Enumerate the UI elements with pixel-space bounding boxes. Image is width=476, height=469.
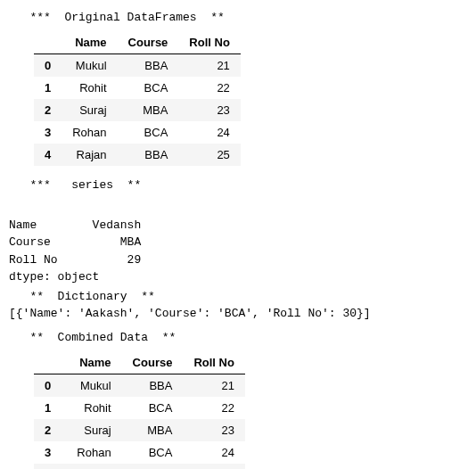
series-line: Course MBA (9, 235, 141, 249)
cell: 21 (183, 374, 245, 398)
cell: 23 (183, 419, 245, 441)
heading-original: *** Original DataFrames ** (9, 11, 467, 24)
cell: Mukul (62, 374, 121, 398)
dataframe-original: Name Course Roll No 0 Mukul BBA 21 1 Roh… (34, 31, 241, 166)
table-row: 0 Mukul BBA 21 (34, 54, 241, 78)
cell: Rohit (62, 397, 121, 419)
cell: Rohit (62, 77, 117, 99)
heading-series: *** series ** (9, 178, 467, 192)
dataframe-combined: Name Course Roll No 0 Mukul BBA 21 1 Roh… (34, 351, 245, 469)
index-header (34, 31, 62, 54)
table-row: 4 Rajan BBA 25 (34, 464, 245, 469)
row-index: 2 (34, 419, 62, 441)
cell: Rohan (62, 441, 121, 464)
heading-combined: ** Combined Data ** (9, 331, 467, 344)
row-index: 2 (34, 99, 62, 121)
row-index: 3 (34, 441, 62, 464)
series-line: Name Vedansh (9, 218, 141, 232)
row-index: 3 (34, 121, 62, 144)
cell: BBA (118, 54, 179, 78)
cell: Suraj (62, 99, 117, 121)
cell: Rohan (62, 121, 117, 144)
table-row: 1 Rohit BCA 22 (34, 397, 245, 419)
cell: Suraj (62, 419, 121, 441)
cell: Rajan (62, 144, 117, 166)
table-row: 4 Rajan BBA 25 (34, 144, 241, 166)
row-index: 4 (34, 464, 62, 469)
cell: BCA (122, 441, 184, 464)
table-row: 2 Suraj MBA 23 (34, 419, 245, 441)
series-output: Name Vedansh Course MBA Roll No 29 dtype… (9, 199, 467, 286)
row-index: 4 (34, 144, 62, 166)
cell: MBA (122, 419, 184, 441)
row-index: 0 (34, 374, 62, 398)
heading-dictionary: ** Dictionary ** (9, 290, 467, 303)
cell: 22 (178, 77, 241, 99)
cell: BCA (118, 121, 179, 144)
cell: BCA (118, 77, 179, 99)
cell: 22 (183, 397, 245, 419)
row-index: 1 (34, 397, 62, 419)
col-header: Roll No (178, 31, 241, 54)
cell: 23 (178, 99, 241, 121)
cell: BBA (122, 464, 184, 469)
table-row: 0 Mukul BBA 21 (34, 374, 245, 398)
table-row: 1 Rohit BCA 22 (34, 77, 241, 99)
cell: BBA (122, 374, 184, 398)
row-index: 1 (34, 77, 62, 99)
cell: 24 (178, 121, 241, 144)
col-header: Name (62, 351, 121, 374)
cell: Mukul (62, 54, 117, 78)
cell: Rajan (62, 464, 121, 469)
cell: 21 (178, 54, 241, 78)
col-header: Course (118, 31, 179, 54)
cell: BCA (122, 397, 184, 419)
cell: MBA (118, 99, 179, 121)
row-index: 0 (34, 54, 62, 78)
col-header: Name (62, 31, 117, 54)
series-line: Roll No 29 (9, 253, 141, 267)
cell: 25 (178, 144, 241, 166)
col-header: Roll No (183, 351, 245, 374)
col-header: Course (122, 351, 184, 374)
cell: 25 (183, 464, 245, 469)
dict-repr: [{'Name': 'Aakash', 'Course': 'BCA', 'Ro… (9, 305, 467, 323)
table-row: 3 Rohan BCA 24 (34, 121, 241, 144)
cell: 24 (183, 441, 245, 464)
table-row: 3 Rohan BCA 24 (34, 441, 245, 464)
series-dtype: dtype: object (9, 270, 99, 284)
table-row: 2 Suraj MBA 23 (34, 99, 241, 121)
index-header (34, 351, 62, 374)
cell: BBA (118, 144, 179, 166)
